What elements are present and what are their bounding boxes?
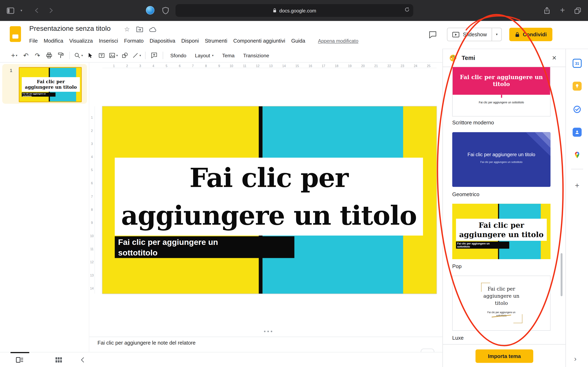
extension-icon[interactable]	[146, 6, 154, 15]
share-label: Condividi	[523, 31, 547, 37]
menu-file[interactable]: File	[26, 36, 41, 45]
theme-luxe-title-line: Fai clic per	[488, 285, 515, 292]
tab-overview-icon[interactable]	[572, 5, 583, 16]
lock-icon	[273, 8, 277, 13]
last-edit-link[interactable]: Appena modificato	[318, 38, 358, 44]
grid-view-icon[interactable]	[52, 355, 65, 364]
slide-row-selected[interactable]: 1 Fai clic per aggiungere un titolo Fai …	[2, 64, 87, 104]
magnifier-icon	[74, 52, 81, 59]
slide-thumbnail[interactable]: Fai clic per aggiungere un titolo Fai cl…	[19, 67, 82, 102]
close-icon[interactable]: ×	[549, 53, 559, 63]
print-icon[interactable]	[44, 50, 54, 60]
insert-image-tool[interactable]: ▾	[108, 50, 118, 60]
theme-card-scrittore-moderno[interactable]: Fai clic per aggiungere un titolo Fai cl…	[452, 67, 550, 117]
ruler-mark: 18	[326, 64, 339, 68]
image-icon	[109, 52, 116, 59]
slide-subtitle-placeholder[interactable]: Fai clic per aggiungere un sottotitolo	[115, 236, 294, 258]
comment-icon[interactable]	[426, 28, 440, 41]
keep-icon[interactable]	[573, 82, 582, 91]
editor-canvas: 1234567891011121314151617181920212223242…	[89, 63, 442, 352]
ruler-mark: 13	[260, 64, 273, 68]
slide-pager-dots[interactable]	[264, 331, 272, 332]
background-button[interactable]: Sfondo	[167, 51, 190, 60]
zoom-tool[interactable]: ▾	[73, 50, 84, 60]
theme-label: Luxe	[452, 335, 464, 341]
menu-componenti-aggiuntivi[interactable]: Componenti aggiuntivi	[230, 36, 288, 45]
undo-icon[interactable]: ↶	[21, 50, 31, 60]
cloud-status-icon[interactable]	[149, 26, 157, 32]
import-theme-button[interactable]: Importa tema	[476, 349, 533, 363]
ruler-mark: 4	[142, 64, 155, 68]
bottom-bar	[0, 352, 442, 367]
address-bar[interactable]: docs.google.com	[176, 4, 413, 17]
theme-luxe-title: Fai clic per aggiungere un titolo	[453, 285, 550, 307]
sidebar-chevron-icon[interactable]: ▾	[19, 8, 24, 13]
theme-card-luxe[interactable]: Fai clic per aggiungere un titolo Fai cl…	[452, 276, 550, 331]
slide-canvas[interactable]: Fai clic per aggiungere un titolo Fai cl…	[102, 106, 437, 294]
themes-panel: Temi × Fai clic per aggiungere un titolo…	[442, 49, 565, 367]
speaker-notes[interactable]: Fai clic per aggiungere le note del rela…	[98, 340, 196, 346]
ruler-mark: 5	[89, 168, 95, 172]
move-folder-icon[interactable]	[136, 26, 143, 32]
menu-modifica[interactable]: Modifica	[41, 36, 66, 45]
collapse-filmstrip-icon[interactable]	[77, 355, 89, 364]
maps-icon[interactable]	[573, 150, 582, 159]
ruler-mark: 4	[89, 155, 95, 159]
sidebar-toggle-icon[interactable]	[5, 6, 16, 15]
thumb-subtitle-box: Fai clic per aggiungere un sottotitolo	[22, 92, 56, 97]
calendar-icon[interactable]: 31	[573, 59, 582, 68]
theme-pop-subtitle-box: Fai clic per aggiungere un sottotitolo	[456, 242, 509, 249]
menu-formato[interactable]: Formato	[121, 36, 147, 45]
notes-divider[interactable]	[89, 337, 442, 337]
theme-card-geometrico[interactable]: Fai clic per aggiungere un titolo Fai cl…	[452, 132, 550, 187]
menu-visualizza[interactable]: Visualizza	[66, 36, 96, 45]
shape-tool-icon[interactable]	[120, 50, 130, 60]
transition-button[interactable]: Transizione	[240, 51, 273, 60]
redo-icon[interactable]: ↷	[32, 50, 43, 60]
expand-rail-icon[interactable]: ›	[574, 355, 577, 363]
toolbar: +▾ ↶ ↷ ▾ ▾ ▾	[0, 49, 442, 63]
forward-icon[interactable]	[46, 5, 56, 16]
share-page-icon[interactable]	[541, 5, 552, 16]
ruler-mark: 14	[273, 64, 286, 68]
shield-icon[interactable]	[160, 6, 170, 16]
add-comment-icon[interactable]	[149, 50, 159, 60]
share-button[interactable]: Condividi	[509, 28, 553, 41]
menu-inserisci[interactable]: Inserisci	[96, 36, 121, 45]
slideshow-dropdown-icon[interactable]: ▾	[492, 28, 502, 41]
line-icon	[132, 52, 139, 59]
scrollbar[interactable]	[561, 253, 562, 296]
ruler-mark: 1	[89, 116, 95, 119]
menu-guida[interactable]: Guida	[288, 36, 308, 45]
slide-title-line: Fai clic per	[190, 159, 348, 197]
paint-format-icon[interactable]	[56, 50, 66, 60]
menu-strumenti[interactable]: Strumenti	[202, 36, 230, 45]
slide-title-placeholder[interactable]: Fai clic per aggiungere un titolo	[115, 158, 423, 235]
theme-label: Geometrico	[452, 192, 479, 197]
layout-button[interactable]: Layout▾	[191, 51, 217, 60]
ruler-mark: 10	[221, 64, 234, 68]
back-icon[interactable]	[31, 5, 42, 16]
reload-icon[interactable]	[404, 7, 410, 12]
add-addon-icon[interactable]: +	[573, 181, 582, 190]
slides-logo[interactable]	[10, 26, 21, 42]
tasks-icon[interactable]	[573, 105, 582, 114]
ruler-mark: 17	[313, 64, 326, 68]
new-tab-icon[interactable]: +	[557, 5, 568, 16]
theme-card-pop[interactable]: Fai clic per aggiungere un titolo Fai cl…	[452, 204, 550, 259]
line-tool[interactable]: ▾	[131, 50, 142, 60]
text-box-icon[interactable]	[96, 50, 107, 60]
add-slide-button[interactable]: +▾	[9, 50, 19, 60]
theme-button[interactable]: Tema	[218, 51, 238, 60]
menu-diapositiva[interactable]: Diapositiva	[147, 36, 178, 45]
select-tool-icon[interactable]	[85, 50, 95, 60]
document-title[interactable]: Presentazione senza titolo	[29, 24, 111, 33]
vertical-ruler: 1234567891011121314	[89, 106, 95, 294]
menu-disponi[interactable]: Disponi	[178, 36, 202, 45]
contacts-icon[interactable]	[573, 128, 582, 137]
theme-pop-title-line: aggiungere un titolo	[459, 230, 544, 239]
filmstrip-view-icon[interactable]	[13, 355, 26, 364]
slideshow-button[interactable]: Slideshow ▾	[447, 28, 502, 41]
ruler-mark: 3	[89, 142, 95, 146]
star-icon[interactable]: ☆	[124, 25, 130, 33]
